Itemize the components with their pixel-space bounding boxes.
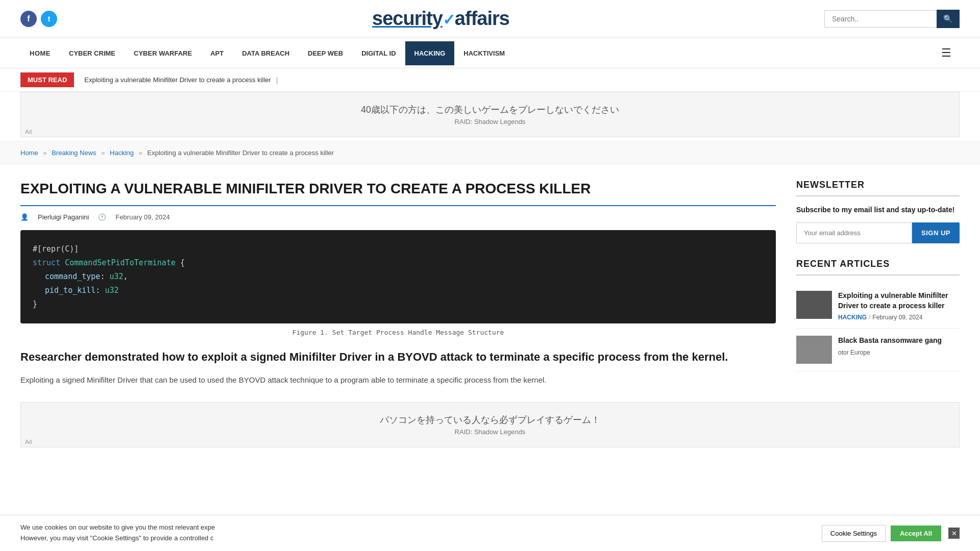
meta-date-icon: 🕐	[98, 213, 106, 221]
email-input[interactable]	[796, 222, 912, 243]
nav-item-databreach[interactable]: DATA BREACH	[233, 41, 299, 65]
recent-article-1: Exploiting a vulnerable Minifilter Drive…	[796, 284, 960, 329]
article-divider	[20, 205, 776, 206]
recent-article-2: Black Basta ransomware gang otor Europe	[796, 329, 960, 371]
ad-banner: 40歳以下の方は、この美しいゲームをプレーしないでください RAID: Shad…	[20, 92, 960, 137]
code-line-3: command_type: u32,	[33, 270, 764, 284]
sidebar: NEWSLETTER Subscribe to my email list an…	[796, 180, 960, 387]
header-search: 🔍	[824, 10, 960, 28]
code-line-1: #[repr(C)]	[33, 242, 764, 256]
must-read-bar: MUST READ Exploiting a vulnerable Minifi…	[0, 68, 980, 92]
breadcrumb-breaking-news[interactable]: Breaking News	[52, 149, 96, 157]
search-input[interactable]	[824, 10, 937, 28]
site-header: f t security✓affairs 🔍	[0, 0, 980, 38]
recent-article-2-date: otor Europe	[838, 349, 870, 356]
code-line-5: }	[33, 297, 764, 311]
newsletter-title: NEWSLETTER	[796, 180, 960, 196]
nav-item-home[interactable]: HOME	[20, 41, 60, 65]
recent-article-2-meta: otor Europe	[838, 349, 942, 356]
breadcrumb-sep1: »	[43, 149, 46, 157]
recent-article-1-tag[interactable]: HACKING	[838, 314, 867, 321]
nav-item-cyberwarfare[interactable]: CYBER WARFARE	[125, 41, 201, 65]
logo-checkmark-icon: ✓	[443, 11, 455, 28]
article-body: Exploiting a signed Minifilter Driver th…	[20, 373, 776, 387]
nav-item-hacking[interactable]: HACKING	[405, 41, 455, 65]
newsletter-description: Subscribe to my email list and stay up-t…	[796, 205, 960, 215]
recent-article-2-info: Black Basta ransomware gang otor Europe	[838, 336, 942, 364]
meta-author-icon: 👤	[20, 213, 29, 221]
article-meta: 👤 Pierluigi Paganini 🕐 February 09, 2024	[20, 213, 776, 221]
code-caption: Figure 1. Set Target Process Handle Mess…	[20, 329, 776, 336]
recent-thumb-1	[796, 291, 832, 319]
logo-text-affairs: affairs	[455, 8, 509, 29]
ad-subtext: RAID: Shadow Legends	[32, 118, 948, 126]
signup-button[interactable]: SIGN UP	[912, 222, 960, 243]
nav-item-hacktivism[interactable]: HACKTIVISM	[454, 41, 514, 65]
code-line-4: pid_to_kill: u32	[33, 284, 764, 297]
main-nav: HOME CYBER CRIME CYBER WARFARE APT DATA …	[0, 38, 980, 68]
bottom-ad-banner: パソコンを持っている人なら必ずプレイするゲーム！ RAID: Shadow Le…	[20, 402, 960, 447]
must-read-text: Exploiting a vulnerable Minifilter Drive…	[84, 76, 271, 84]
breadcrumb-sep2: »	[101, 149, 105, 157]
nav-item-deepweb[interactable]: DEEP WEB	[299, 41, 352, 65]
code-block: #[repr(C)] struct CommandSetPidToTermina…	[20, 230, 776, 323]
breadcrumb-hacking[interactable]: Hacking	[110, 149, 134, 157]
recent-article-1-date: February 09, 2024	[872, 314, 922, 321]
twitter-icon[interactable]: t	[41, 11, 57, 27]
recent-thumb-2	[796, 336, 832, 364]
newsletter-form: SIGN UP	[796, 222, 960, 243]
nav-item-apt[interactable]: APT	[201, 41, 233, 65]
article-content: EXPLOITING A VULNERABLE MINIFILTER DRIVE…	[20, 180, 776, 387]
recent-article-1-meta: HACKING / February 09, 2024	[838, 314, 960, 321]
article-lead: Researcher demonstrated how to exploit a…	[20, 348, 776, 365]
logo-text-security: security	[372, 8, 443, 29]
social-links: f t	[20, 11, 57, 27]
facebook-icon[interactable]: f	[20, 11, 37, 27]
newsletter-section: NEWSLETTER Subscribe to my email list an…	[796, 180, 960, 243]
site-logo[interactable]: security✓affairs	[372, 8, 509, 30]
breadcrumb-home[interactable]: Home	[20, 149, 38, 157]
nav-item-cybercrime[interactable]: CYBER CRIME	[60, 41, 125, 65]
article-title: EXPLOITING A VULNERABLE MINIFILTER DRIVE…	[20, 180, 776, 198]
ad-text: 40歳以下の方は、この美しいゲームをプレーしないでください	[32, 104, 948, 116]
bottom-ad-subtext: RAID: Shadow Legends	[32, 428, 948, 436]
bottom-ad-label: Ad	[25, 439, 32, 445]
search-button[interactable]: 🔍	[937, 10, 960, 28]
recent-articles-title: RECENT ARTICLES	[796, 259, 960, 276]
recent-article-2-title[interactable]: Black Basta ransomware gang	[838, 336, 942, 346]
ad-label: Ad	[25, 129, 32, 135]
breadcrumb-sep3: »	[139, 149, 142, 157]
recent-article-1-title[interactable]: Exploiting a vulnerable Minifilter Drive…	[838, 291, 960, 311]
meta-date: February 09, 2024	[115, 213, 169, 221]
recent-articles-section: RECENT ARTICLES Exploiting a vulnerable …	[796, 259, 960, 371]
code-line-2: struct CommandSetPidToTerminate {	[33, 256, 764, 270]
breadcrumb: Home » Breaking News » Hacking » Exploit…	[0, 141, 980, 164]
breadcrumb-current: Exploiting a vulnerable Minifilter Drive…	[148, 149, 334, 157]
must-read-badge[interactable]: MUST READ	[20, 72, 74, 87]
bottom-ad-text: パソコンを持っている人なら必ずプレイするゲーム！	[32, 414, 948, 426]
nav-item-digitalid[interactable]: DIGITAL ID	[352, 41, 405, 65]
recent-article-1-info: Exploiting a vulnerable Minifilter Drive…	[838, 291, 960, 321]
nav-more-icon[interactable]: ☰	[933, 38, 960, 68]
recent-article-1-sep: /	[869, 314, 870, 321]
meta-author: Pierluigi Paganini	[38, 213, 89, 221]
must-read-divider: |	[276, 76, 278, 84]
main-layout: EXPLOITING A VULNERABLE MINIFILTER DRIVE…	[0, 164, 980, 402]
